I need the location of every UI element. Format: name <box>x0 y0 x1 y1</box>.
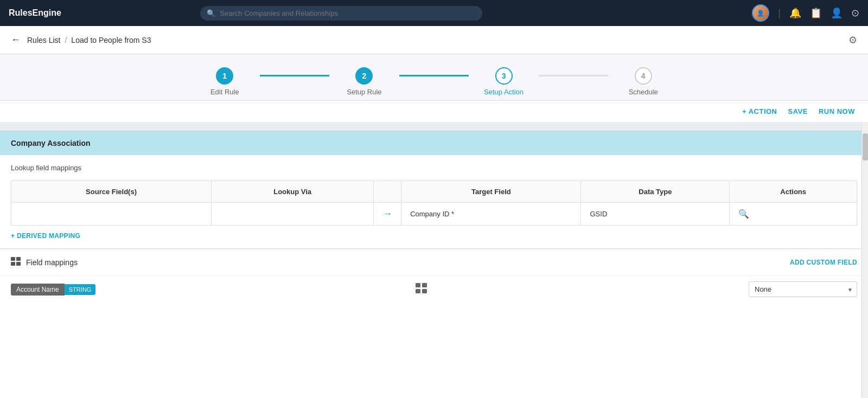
search-icon: 🔍 <box>207 9 215 17</box>
stepper: 1 Edit Rule 2 Setup Rule 3 Setup Action <box>190 67 678 96</box>
app-brand: RulesEngine <box>9 8 61 18</box>
svg-rect-0 <box>11 257 15 261</box>
lookup-mapping-table: Source Field(s) Lookup Via Target Field … <box>11 181 857 226</box>
field-mappings-label: Field mappings <box>26 258 78 267</box>
step-4[interactable]: 4 Schedule <box>608 67 678 96</box>
svg-rect-7 <box>422 289 427 293</box>
company-association-section: Company Association Lookup field mapping… <box>0 131 868 248</box>
step-1[interactable]: 1 Edit Rule <box>190 67 260 96</box>
field-mapping-center-icon <box>416 283 429 296</box>
connector-2-3 <box>399 75 469 76</box>
content-area: Company Association Lookup field mapping… <box>0 123 868 398</box>
actions-cell: 🔍 <box>730 203 857 226</box>
search-container: 🔍 <box>200 6 482 21</box>
step-3-label: Setup Action <box>484 88 524 96</box>
profile-icon[interactable]: ⊙ <box>851 7 859 19</box>
field-mapping-select[interactable]: None Company ID Account ID <box>749 281 857 297</box>
field-mapping-arrow <box>104 283 740 296</box>
step-2-circle: 2 <box>355 67 373 85</box>
svg-rect-6 <box>416 289 420 293</box>
breadcrumb-bar: ← Rules List / Load to People from S3 ⚙ <box>0 26 868 54</box>
field-tag-type: STRING <box>65 284 96 295</box>
partial-top <box>0 123 868 131</box>
stepper-container: 1 Edit Rule 2 Setup Rule 3 Setup Action <box>0 54 868 101</box>
field-tag-name: Account Name <box>11 284 65 296</box>
company-association-header: Company Association <box>0 131 868 155</box>
svg-rect-4 <box>416 283 420 287</box>
svg-rect-2 <box>11 262 15 266</box>
source-field-cell <box>11 203 212 226</box>
lookup-label: Lookup field mappings <box>11 164 857 172</box>
breadcrumb-separator: / <box>65 36 67 44</box>
step-1-label: Edit Rule <box>210 88 239 96</box>
page-wrapper: RulesEngine 🔍 👤 | 🔔 📋 👤 ⊙ ← Rules List /… <box>0 0 868 398</box>
data-type-cell: GSID <box>581 203 730 226</box>
svg-rect-5 <box>422 283 427 287</box>
rules-list-link[interactable]: Rules List <box>27 36 60 44</box>
table-header-row: Source Field(s) Lookup Via Target Field … <box>11 181 857 203</box>
scrollbar-track <box>861 123 868 398</box>
connector-3-4 <box>539 75 609 76</box>
save-button[interactable]: SAVE <box>788 107 808 115</box>
action-search-icon[interactable]: 🔍 <box>738 209 749 219</box>
field-mappings-header: Field mappings ADD CUSTOM FIELD <box>0 249 868 275</box>
run-now-button[interactable]: RUN NOW <box>819 107 855 115</box>
step-2[interactable]: 2 Setup Rule <box>329 67 399 96</box>
top-nav: RulesEngine 🔍 👤 | 🔔 📋 👤 ⊙ <box>0 0 868 26</box>
add-custom-field-button[interactable]: ADD CUSTOM FIELD <box>790 259 857 266</box>
derived-mapping-link[interactable]: + DERIVED MAPPING <box>11 232 80 240</box>
bell-icon[interactable]: 🔔 <box>789 7 801 19</box>
field-mappings-title: Field mappings <box>11 257 78 268</box>
lookup-via-cell <box>212 203 374 226</box>
field-tag: Account Name STRING <box>11 284 95 296</box>
bookmark-icon[interactable]: 📋 <box>810 7 822 19</box>
nav-divider: | <box>778 8 781 19</box>
scrollbar-thumb[interactable] <box>863 133 868 161</box>
step-4-circle: 4 <box>635 67 652 85</box>
col-lookup-via: Lookup Via <box>212 181 374 203</box>
search-input[interactable] <box>200 6 482 21</box>
step-3[interactable]: 3 Setup Action <box>469 67 539 96</box>
back-button[interactable]: ← <box>11 34 21 46</box>
col-source-fields: Source Field(s) <box>11 181 212 203</box>
field-mappings-icon <box>11 257 22 268</box>
user-menu-icon[interactable]: 👤 <box>831 7 843 19</box>
table-row: → Company ID * GSID 🔍 <box>11 203 857 226</box>
field-mapping-select-wrapper: None Company ID Account ID <box>749 281 857 297</box>
col-data-type: Data Type <box>581 181 730 203</box>
col-actions: Actions <box>730 181 857 203</box>
step-3-circle: 3 <box>495 67 513 85</box>
field-mappings-section: Field mappings ADD CUSTOM FIELD Account … <box>0 248 868 303</box>
step-4-label: Schedule <box>629 88 658 96</box>
field-mapping-row: Account Name STRING <box>0 275 868 303</box>
arrow-cell: → <box>374 203 401 226</box>
connector-1-2 <box>260 75 330 76</box>
svg-rect-1 <box>16 257 21 261</box>
col-target-field: Target Field <box>401 181 581 203</box>
step-2-label: Setup Rule <box>347 88 381 96</box>
company-association-body: Lookup field mappings Source Field(s) Lo… <box>0 155 868 248</box>
target-field-cell: Company ID * <box>401 203 581 226</box>
action-bar: + ACTION SAVE RUN NOW <box>0 101 868 123</box>
add-action-button[interactable]: + ACTION <box>742 107 777 115</box>
nav-icons: 👤 | 🔔 📋 👤 ⊙ <box>752 4 859 22</box>
col-arrow <box>374 181 401 203</box>
step-1-circle: 1 <box>216 67 233 85</box>
avatar[interactable]: 👤 <box>752 4 769 22</box>
settings-gear-icon[interactable]: ⚙ <box>848 34 857 46</box>
svg-rect-3 <box>16 262 21 266</box>
breadcrumb-current: Load to People from S3 <box>71 36 151 44</box>
scrollable-content: Company Association Lookup field mapping… <box>0 123 868 398</box>
